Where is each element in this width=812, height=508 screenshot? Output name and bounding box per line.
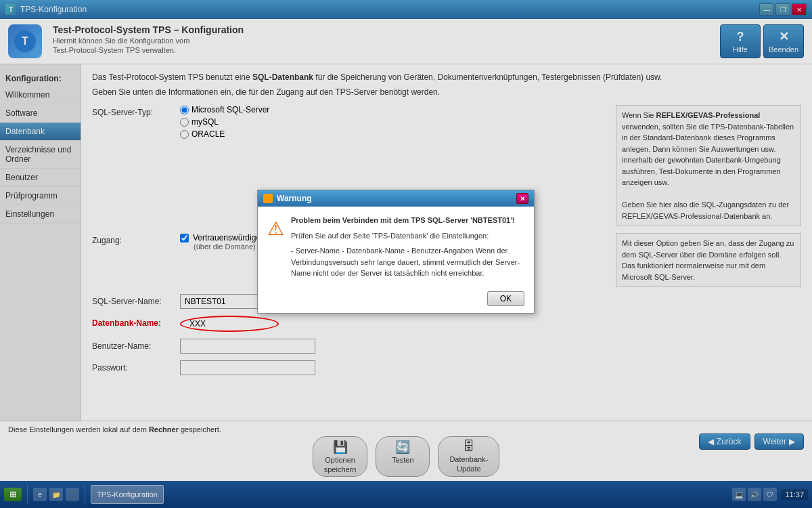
dialog-footer: OK (258, 287, 534, 313)
dialog-ok-button[interactable]: OK (487, 291, 524, 306)
dialog-title-bar: Warnung ✕ (258, 190, 534, 207)
dialog-body: ⚠ Problem beim Verbinden mit dem TPS SQL… (258, 207, 534, 287)
dialog-text-line3: - Server-Name - Datenbank-Name - Benutze… (291, 245, 524, 279)
dialog-overlay: Warnung ✕ ⚠ Problem beim Verbinden mit d… (0, 0, 812, 508)
warning-dialog: Warnung ✕ ⚠ Problem beim Verbinden mit d… (257, 190, 535, 314)
dialog-text: Problem beim Verbinden mit dem TPS SQL-S… (291, 215, 524, 279)
warning-icon: ⚠ (267, 217, 284, 279)
dialog-close-button[interactable]: ✕ (516, 193, 528, 204)
dialog-text-line1: Problem beim Verbinden mit dem TPS SQL-S… (291, 216, 514, 224)
dialog-title-icon (263, 194, 273, 203)
dialog-text-line2: Prüfen Sie auf der Seite 'TPS-Datenbank'… (291, 230, 524, 242)
dialog-title: Warnung (277, 194, 312, 203)
